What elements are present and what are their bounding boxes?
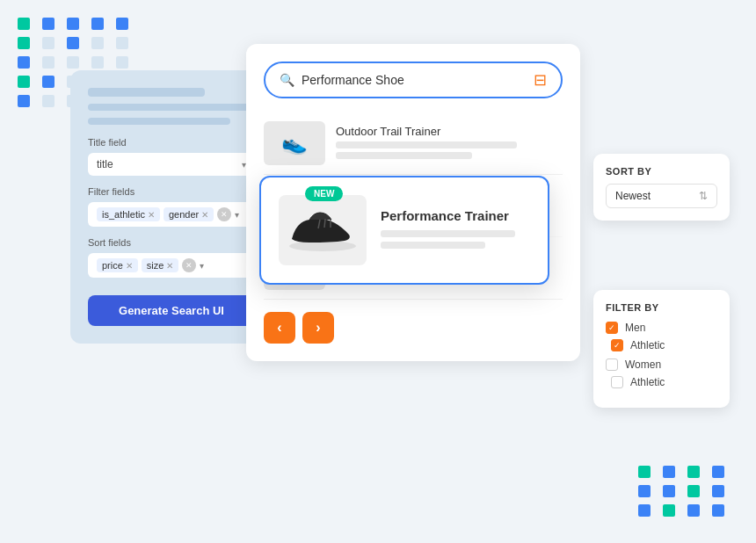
sort-fields-input[interactable]: price ✕ size ✕ ✕ ▾: [88, 253, 255, 278]
clear-sort-tags-button[interactable]: ✕: [182, 258, 196, 272]
filter-fields-input[interactable]: is_athletic ✕ gender ✕ ✕ ▾: [88, 202, 255, 227]
filter-label-men-athletic: Athletic: [630, 339, 665, 351]
sort-fields-label: Sort fields: [88, 237, 255, 248]
check-icon-2: ✓: [614, 341, 621, 350]
filter-label-women-athletic: Athletic: [630, 376, 665, 388]
result-item-1: 👟 Outdoor Trail Trainer: [264, 112, 563, 175]
filter-group-women: Women Athletic: [606, 358, 717, 388]
check-icon: ✓: [608, 323, 615, 332]
remove-gender-icon[interactable]: ✕: [201, 210, 208, 220]
filter-label-women: Women: [625, 358, 661, 371]
sort-tag-price[interactable]: price ✕: [97, 258, 138, 272]
filter-adjust-icon[interactable]: ⊟: [534, 70, 547, 90]
women-athletic-checkbox[interactable]: [611, 376, 623, 388]
filter-item-men[interactable]: ✓ Men: [606, 322, 717, 334]
filter-by-title: FILTER BY: [606, 302, 717, 313]
filter-chevron-icon: ▾: [235, 210, 239, 220]
next-page-button[interactable]: ›: [302, 312, 334, 344]
pagination-controls: ‹ ›: [264, 312, 563, 344]
featured-product-card: NEW Performance Trainer: [259, 176, 549, 285]
filter-by-panel: FILTER BY ✓ Men ✓ Athletic Women Athlet: [593, 290, 730, 408]
sort-select[interactable]: Newest ⇅: [606, 184, 717, 208]
featured-product-title: Performance Trainer: [381, 208, 530, 223]
filter-fields-controls: ✕ ▾: [217, 207, 239, 221]
config-panel: Title field title ▾ Filter fields is_ath…: [70, 70, 273, 344]
result-skeleton-1a: [336, 141, 517, 148]
featured-skeleton-2: [381, 242, 485, 249]
new-badge: NEW: [305, 186, 343, 201]
featured-skeleton-1: [381, 230, 515, 237]
men-athletic-checkbox[interactable]: ✓: [611, 339, 623, 351]
featured-product-thumb: NEW: [279, 195, 367, 265]
filter-item-men-athletic[interactable]: ✓ Athletic: [611, 339, 717, 351]
sort-by-panel: SORT BY Newest ⇅: [593, 154, 730, 221]
skeleton-line-2: [88, 104, 255, 111]
result-thumb-1: 👟: [264, 121, 325, 165]
result-skeleton-1b: [336, 152, 472, 159]
filter-group-men: ✓ Men ✓ Athletic: [606, 322, 717, 351]
title-field-value: title: [97, 158, 113, 170]
filter-item-women[interactable]: Women: [606, 358, 717, 371]
filter-tag-is-athletic[interactable]: is_athletic ✕: [97, 207, 160, 221]
shoe-image: [283, 204, 362, 257]
remove-is-athletic-icon[interactable]: ✕: [148, 210, 155, 220]
title-field-input[interactable]: title ▾: [88, 153, 255, 176]
filter-label-men: Men: [625, 322, 645, 334]
search-input[interactable]: Performance Shoe: [302, 73, 534, 87]
filter-men-children: ✓ Athletic: [606, 339, 717, 351]
sort-chevron-icon: ▾: [200, 261, 204, 271]
remove-price-icon[interactable]: ✕: [126, 261, 133, 271]
clear-filter-tags-button[interactable]: ✕: [217, 207, 231, 221]
sort-tag-size[interactable]: size ✕: [142, 258, 179, 272]
svg-point-0: [289, 241, 356, 251]
featured-product-info: Performance Trainer: [381, 208, 530, 253]
women-checkbox[interactable]: [606, 358, 618, 371]
filter-tag-gender[interactable]: gender ✕: [164, 207, 214, 221]
sort-fields-controls: ✕ ▾: [182, 258, 204, 272]
filter-fields-label: Filter fields: [88, 186, 255, 197]
sort-by-title: SORT BY: [606, 166, 717, 177]
skeleton-line-3: [88, 118, 230, 125]
filter-women-children: Athletic: [606, 376, 717, 388]
sort-selected-value: Newest: [615, 190, 651, 202]
result-info-1: Outdoor Trail Trainer: [336, 125, 563, 163]
remove-size-icon[interactable]: ✕: [166, 261, 173, 271]
decorative-dots-br: [638, 466, 730, 517]
skeleton-line-1: [88, 88, 205, 97]
sort-stepper-icon: ⇅: [699, 190, 708, 202]
men-checkbox[interactable]: ✓: [606, 322, 618, 334]
generate-search-ui-button[interactable]: Generate Search UI: [88, 295, 255, 326]
search-icon: 🔍: [280, 73, 294, 87]
prev-page-button[interactable]: ‹: [264, 312, 295, 344]
title-field-label: Title field: [88, 137, 255, 148]
filter-item-women-athletic[interactable]: Athletic: [611, 376, 717, 388]
search-bar[interactable]: 🔍 Performance Shoe ⊟: [264, 62, 563, 98]
result-title-1: Outdoor Trail Trainer: [336, 125, 563, 138]
